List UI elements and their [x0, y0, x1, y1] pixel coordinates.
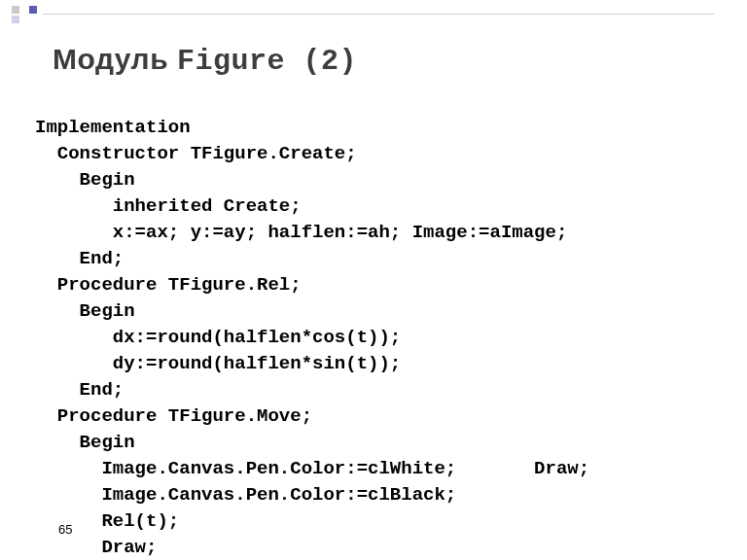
code-line: Procedure TFigure.Move; — [35, 405, 312, 427]
code-line: Implementation — [35, 117, 191, 138]
page-number: 65 — [58, 522, 72, 537]
code-line: End; — [35, 248, 124, 269]
code-block: Implementation Constructor TFigure.Creat… — [35, 115, 589, 560]
divider — [43, 14, 714, 15]
code-line: Begin — [35, 169, 135, 191]
code-line: Begin — [35, 432, 135, 453]
code-line: Begin — [35, 300, 135, 322]
code-line: x:=ax; y:=ay; halflen:=ah; Image:=aImage… — [35, 222, 567, 243]
code-line: Draw; — [35, 537, 157, 558]
code-line: Rel(t); — [35, 510, 179, 532]
code-line: dx:=round(halflen*cos(t)); — [35, 327, 401, 348]
square-icon — [29, 6, 37, 14]
corner-decoration — [12, 6, 47, 25]
code-line: Constructor TFigure.Create; — [35, 143, 357, 164]
code-line: Image.Canvas.Pen.Color:=clWhite; Draw; — [35, 458, 589, 479]
square-icon — [12, 16, 19, 23]
code-line: Image.Canvas.Pen.Color:=clBlack; — [35, 484, 456, 506]
code-line: inherited Create; — [35, 195, 302, 217]
slide: Модуль Figure (2) Implementation Constru… — [0, 0, 747, 560]
title-text: Модуль — [53, 43, 168, 75]
page-title: Модуль Figure (2) — [53, 43, 357, 78]
code-line: Procedure TFigure.Rel; — [35, 274, 302, 296]
code-line: dy:=round(halflen*sin(t)); — [35, 353, 401, 374]
square-icon — [12, 6, 19, 14]
title-code: Figure (2) — [177, 45, 357, 78]
code-line: End; — [35, 379, 124, 401]
